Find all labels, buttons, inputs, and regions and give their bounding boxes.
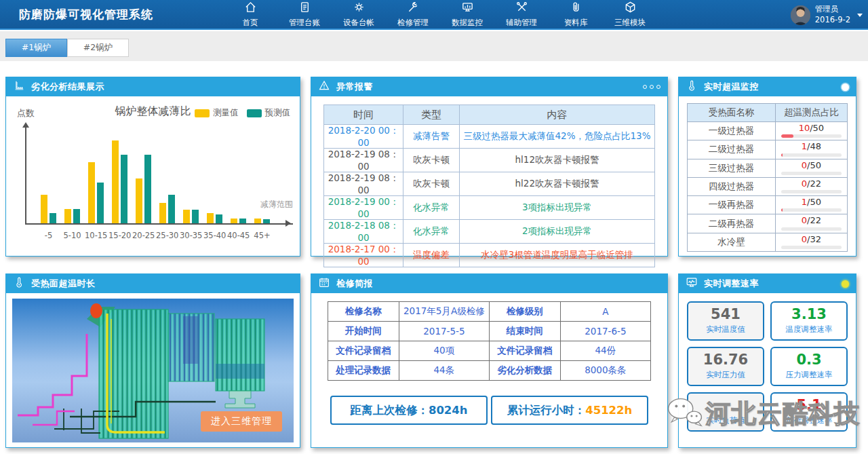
bar-group: [108, 140, 131, 223]
cube-icon: [624, 1, 637, 16]
panel-header: 劣化分析结果展示: [6, 77, 300, 96]
bar-预测值: [121, 155, 127, 223]
overtemp-row: 二级过热器1/48: [688, 140, 848, 159]
panel-options-dots[interactable]: [643, 85, 660, 89]
total-running-hours-button[interactable]: 累计运行小时：45122h: [491, 396, 648, 425]
ledger-icon: [298, 1, 311, 16]
bar-测量值: [183, 210, 190, 223]
status-indicator-icon[interactable]: [842, 83, 849, 91]
alarm-row: 2018-2-19 00：00化水异常3项指标出现异常: [324, 196, 655, 220]
gear-icon: [353, 1, 366, 16]
overtemp-header-row: 受热面名称 超温测点占比: [688, 104, 848, 122]
panel-header: 受热面超温时长: [6, 274, 300, 293]
bar-预测值: [216, 214, 222, 223]
degradation-chart: 点数 锅炉整体减薄比 测量值 预测值 减薄范围 -55-1010-1515-20…: [6, 96, 300, 257]
legend-swatch-predict: [247, 109, 262, 117]
alarm-row: 2018-2-19 08：00吹灰卡顿hl22吹灰器卡顿报警: [324, 172, 655, 196]
bar-预测值: [239, 219, 246, 223]
warning-triangle-icon: [318, 79, 330, 94]
nav-item-data-monitor[interactable]: 数据监控: [445, 0, 490, 29]
x-tick-label: 40-45: [227, 231, 250, 240]
bar-group: [132, 155, 155, 223]
tools-icon: [515, 1, 528, 16]
chart-legend: 测量值 预测值: [195, 107, 290, 119]
nav-item-aux[interactable]: 辅助管理: [499, 0, 544, 29]
bar-group: [227, 219, 250, 223]
home-icon: [244, 1, 257, 16]
user-menu[interactable]: 管理员 2016-9-2: [791, 0, 850, 30]
maintenance-row: 文件记录留档40项 文件记录留档44份: [328, 341, 651, 361]
bar-测量值: [64, 209, 71, 223]
bar-测量值: [136, 178, 142, 223]
overtemp-row: 三级过热器0/50: [688, 159, 848, 177]
bar-group: [203, 213, 226, 223]
panel-header: 实时超温监控: [679, 77, 856, 96]
nav-item-maintenance[interactable]: 检修管理: [391, 0, 435, 29]
panel-title: 实时超温监控: [704, 81, 759, 93]
monitor-pulse-icon: [686, 276, 698, 291]
bar-预测值: [192, 210, 199, 223]
status-indicator-icon[interactable]: [842, 280, 849, 288]
bar-group: [180, 210, 202, 223]
overtemp-table: 受热面名称 超温测点占比 一级过热器10/50 二级过热器1/48 三级过热器0…: [687, 103, 848, 252]
panel-overtemp-duration-3d: 受热面超温时长: [5, 273, 300, 448]
bar-测量值: [254, 219, 261, 223]
bar-group: [61, 209, 83, 223]
bar-group: [37, 195, 60, 223]
panel-header: 实时调整速率: [679, 274, 856, 293]
user-info: 管理员 2016-9-2: [815, 4, 850, 25]
overtemp-bar-track: [781, 153, 842, 157]
panel-adjust-rate: 实时调整速率 541 实时温度值 3.13 温度调整速率 16.76 实时压力值…: [678, 273, 856, 448]
panel-title: 受热面超温时长: [31, 278, 96, 290]
panel-degradation-analysis: 劣化分析结果展示 点数 锅炉整体减薄比 测量值 预测值 减薄范围 -55-101…: [5, 77, 300, 257]
panel-title: 实时调整速率: [704, 278, 759, 290]
x-tick-label: -5: [37, 231, 60, 240]
x-tick-labels: -55-1010-1515-2020-2525-3030-3535-4040-4…: [37, 231, 273, 240]
tab-boiler-1[interactable]: #1锅炉: [5, 39, 67, 57]
bar-测量值: [88, 162, 95, 223]
nav-item-equipment[interactable]: 设备台帐: [336, 0, 381, 29]
main-nav: 首页 管理台账 设备台帐 检修管理 数据监控 辅助管理: [228, 0, 652, 29]
bar-预测值: [168, 195, 175, 223]
bar-group: [156, 195, 178, 223]
alarm-row: 2018-2-20 00：00减薄告警三级过热器最大减薄值42%，危险点占比13…: [324, 125, 655, 149]
maintenance-row: 检修名称2017年5月A级检修 检修级别A: [328, 302, 651, 322]
card-temperature-adjust-rate: 3.13 温度调整速率: [770, 301, 848, 341]
maintenance-buttons: 距离上次检修：8024h 累计运行小时：45122h: [328, 396, 651, 425]
caret-down-icon[interactable]: [857, 14, 863, 17]
bar-测量值: [207, 213, 214, 223]
bar-测量值: [159, 203, 166, 223]
monitor-chart-icon: [461, 1, 474, 16]
panel-title: 检修简报: [336, 278, 373, 290]
overtemp-bar-track: [781, 172, 842, 175]
card-realtime-pressure: 16.76 实时压力值: [687, 347, 764, 386]
avatar: [791, 5, 810, 25]
overtemp-row: 四级过热器0/22: [688, 177, 848, 195]
x-tick-label: 20-25: [132, 231, 155, 240]
since-last-maintenance-button[interactable]: 距离上次检修：8024h: [330, 396, 488, 425]
x-tick-label: 5-10: [61, 231, 83, 240]
user-name: 管理员: [815, 4, 850, 15]
bar-预测值: [97, 183, 104, 223]
dashboard: 防磨防爆可视化管理系统 首页 管理台账 设备台帐 检修管理 数据监控: [0, 0, 868, 454]
panel-abnormal-alarms: 异常报警 时间 类型 内容 2018-2-20 00：00减薄告警三级过热器最大…: [311, 77, 668, 257]
nav-item-home[interactable]: 首页: [228, 0, 273, 29]
nav-item-3d-module[interactable]: 三维模块: [608, 0, 652, 29]
nav-item-ledger[interactable]: 管理台账: [282, 0, 327, 29]
paperclip-icon: [570, 1, 583, 16]
overtemp-bar-track: [781, 246, 842, 249]
bar-group: [251, 219, 273, 223]
alarm-table: 时间 类型 内容 2018-2-20 00：00减薄告警三级过热器最大减薄值42…: [323, 105, 655, 267]
bar-预测值: [73, 209, 80, 223]
nav-item-library[interactable]: 资料库: [553, 0, 598, 29]
bar-group: [85, 162, 107, 223]
overtemp-bar-fill: [781, 134, 793, 138]
x-tick-label: 45+: [251, 231, 273, 240]
enter-3d-management-button[interactable]: 进入三维管理: [201, 411, 282, 432]
alarm-header-row: 时间 类型 内容: [324, 105, 655, 125]
tab-boiler-2[interactable]: #2锅炉: [67, 39, 129, 57]
overtemp-bar-track: [781, 190, 842, 193]
overtemp-bar-track: [781, 134, 842, 138]
bar-测量值: [112, 140, 119, 223]
boiler-3d-viewport[interactable]: 进入三维管理: [6, 293, 300, 448]
